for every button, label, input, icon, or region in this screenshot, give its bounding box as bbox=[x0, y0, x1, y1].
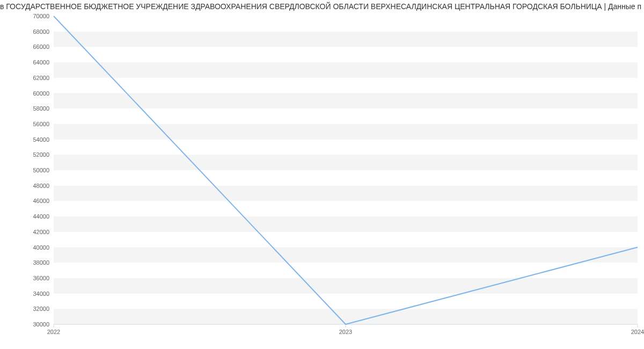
y-tick-label: 54000 bbox=[33, 136, 49, 143]
x-tick-label: 2023 bbox=[339, 329, 352, 335]
chart-svg: 3000032000340003600038000400004200044000… bbox=[0, 13, 644, 340]
y-tick-label: 70000 bbox=[33, 13, 49, 19]
chart-title: в ГОСУДАРСТВЕННОЕ БЮДЖЕТНОЕ УЧРЕЖДЕНИЕ З… bbox=[0, 0, 644, 13]
x-tick-label: 2022 bbox=[47, 329, 60, 335]
y-tick-label: 64000 bbox=[33, 59, 49, 66]
y-tick-label: 32000 bbox=[33, 306, 49, 312]
y-tick-label: 68000 bbox=[33, 28, 49, 35]
y-tick-label: 52000 bbox=[33, 151, 49, 158]
grid-band bbox=[54, 309, 638, 324]
y-tick-label: 58000 bbox=[33, 105, 49, 112]
y-tick-label: 62000 bbox=[33, 75, 49, 81]
y-tick-label: 40000 bbox=[33, 244, 49, 251]
chart-area: 3000032000340003600038000400004200044000… bbox=[0, 13, 644, 340]
grid-band bbox=[54, 62, 638, 78]
grid-band bbox=[54, 186, 638, 201]
grid-band bbox=[54, 248, 638, 263]
grid-band bbox=[54, 93, 638, 109]
y-tick-label: 66000 bbox=[33, 43, 49, 50]
grid-band bbox=[54, 124, 638, 140]
y-tick-label: 46000 bbox=[33, 198, 49, 204]
grid-band bbox=[54, 278, 638, 294]
y-tick-label: 44000 bbox=[33, 213, 49, 220]
grid-band bbox=[54, 216, 638, 232]
y-tick-label: 36000 bbox=[33, 275, 49, 281]
y-tick-label: 56000 bbox=[33, 121, 49, 127]
y-tick-label: 50000 bbox=[33, 167, 49, 173]
y-tick-label: 42000 bbox=[33, 229, 49, 235]
y-tick-label: 38000 bbox=[33, 259, 49, 266]
y-tick-label: 34000 bbox=[33, 290, 49, 297]
x-tick-label: 2024 bbox=[631, 329, 644, 335]
y-tick-label: 60000 bbox=[33, 90, 49, 97]
y-tick-label: 30000 bbox=[33, 321, 49, 328]
y-tick-label: 48000 bbox=[33, 183, 49, 189]
grid-band bbox=[54, 155, 638, 170]
grid-band bbox=[54, 32, 638, 47]
